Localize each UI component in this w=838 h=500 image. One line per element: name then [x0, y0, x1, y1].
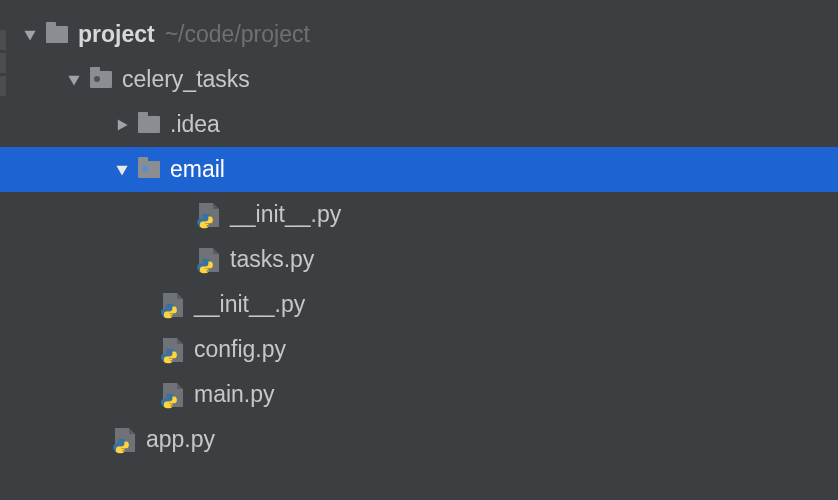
tree-item-label: config.py: [194, 336, 286, 363]
tree-item-label: __init__.py: [230, 201, 341, 228]
tree-item-celery-init[interactable]: __init__.py: [0, 282, 838, 327]
tree-item-label: main.py: [194, 381, 275, 408]
tree-item-label: tasks.py: [230, 246, 314, 273]
tree-item-label: project: [78, 21, 155, 48]
python-file-icon: [158, 383, 188, 407]
tree-item-label: .idea: [170, 111, 220, 138]
python-file-icon: [194, 203, 224, 227]
folder-icon: [42, 26, 72, 43]
tree-item-path: ~/code/project: [165, 21, 310, 48]
chevron-down-icon[interactable]: [18, 28, 42, 42]
tree-item-project[interactable]: project ~/code/project: [0, 12, 838, 57]
tree-item-main[interactable]: main.py: [0, 372, 838, 417]
python-file-icon: [158, 338, 188, 362]
tree-item-email[interactable]: email: [0, 147, 838, 192]
project-tree: project ~/code/project celery_tasks .ide…: [0, 0, 838, 462]
package-folder-icon: [86, 71, 116, 88]
package-folder-icon: [134, 161, 164, 178]
tree-item-label: email: [170, 156, 225, 183]
folder-icon: [134, 116, 164, 133]
tree-item-celery-tasks[interactable]: celery_tasks: [0, 57, 838, 102]
chevron-down-icon[interactable]: [62, 73, 86, 87]
tree-item-idea[interactable]: .idea: [0, 102, 838, 147]
tree-item-label: __init__.py: [194, 291, 305, 318]
tree-item-email-init[interactable]: __init__.py: [0, 192, 838, 237]
tree-item-label: celery_tasks: [122, 66, 250, 93]
tree-item-email-tasks[interactable]: tasks.py: [0, 237, 838, 282]
tree-item-app[interactable]: app.py: [0, 417, 838, 462]
chevron-right-icon[interactable]: [110, 118, 134, 132]
python-file-icon: [158, 293, 188, 317]
python-file-icon: [110, 428, 140, 452]
python-file-icon: [194, 248, 224, 272]
chevron-down-icon[interactable]: [110, 163, 134, 177]
tree-item-label: app.py: [146, 426, 215, 453]
tree-item-config[interactable]: config.py: [0, 327, 838, 372]
gutter: [0, 30, 6, 99]
